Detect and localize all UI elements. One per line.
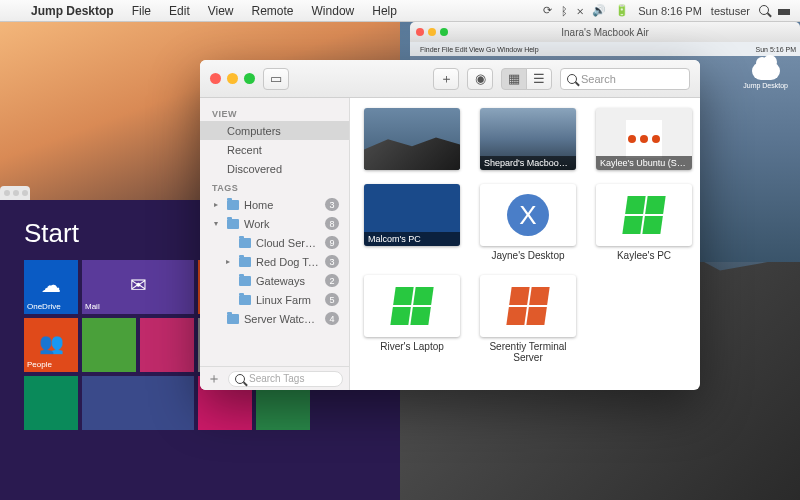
folder-icon [227, 314, 239, 324]
folder-icon [227, 200, 239, 210]
zoom-icon[interactable] [244, 73, 255, 84]
computer-label: Malcom's PC [364, 232, 460, 246]
folder-icon [239, 238, 251, 248]
win8-tile[interactable]: ☁OneDrive [24, 260, 78, 314]
sidebar-tag-home[interactable]: ▸Home3 [200, 195, 349, 214]
win8-tile[interactable]: ✉Mail [82, 260, 194, 314]
computer-label: Kaylee's PC [617, 250, 671, 261]
folder-icon [227, 219, 239, 229]
computer-label: Kaylee's Ubuntu (SSH) [596, 156, 692, 170]
win8-window-traffic[interactable] [0, 186, 30, 200]
macos-menubar: Jump Desktop FileEditViewRemoteWindowHel… [0, 0, 800, 22]
jump-desktop-badge[interactable]: Jump Desktop [743, 62, 788, 89]
remote-menubar: Finder File Edit View Go Window Help Sun… [410, 42, 800, 56]
toolbar-search[interactable]: Search [560, 68, 690, 90]
sidebar-footer: ＋ Search Tags [200, 366, 349, 390]
menu-remote[interactable]: Remote [243, 4, 303, 18]
computer-item[interactable]: Shepard's Macbook Pro [480, 108, 576, 170]
zoom-icon[interactable] [440, 28, 448, 36]
sidebar-view-recent[interactable]: Recent [200, 140, 349, 159]
win8-start-title: Start [24, 218, 79, 249]
menubar-app-name[interactable]: Jump Desktop [22, 4, 123, 18]
wifi-icon[interactable]: ⨉ [577, 4, 583, 17]
computer-item[interactable]: XJayne's Desktop [480, 184, 576, 261]
quicklook-button[interactable]: ◉ [467, 68, 493, 90]
computer-item[interactable]: River's Laptop [364, 275, 460, 363]
computer-label: River's Laptop [380, 341, 444, 352]
sidebar-view-discovered[interactable]: Discovered [200, 159, 349, 178]
window-traffic-lights [210, 73, 255, 84]
computer-item[interactable]: Serentiy Terminal Server [480, 275, 576, 363]
computer-label: Serentiy Terminal Server [480, 341, 576, 363]
cloud-icon [752, 62, 780, 80]
folder-icon [239, 295, 251, 305]
jump-desktop-main-window: ▭ ＋ ◉ ▦ ☰ Search VIEW ComputersRecentDis… [200, 60, 700, 390]
menu-view[interactable]: View [199, 4, 243, 18]
win8-tile[interactable] [82, 376, 194, 430]
menubar-clock[interactable]: Sun 8:16 PM [638, 5, 702, 17]
list-view-button[interactable]: ☰ [526, 68, 552, 90]
sidebar-tag-red-dog-team[interactable]: ▸Red Dog Team3 [200, 252, 349, 271]
computer-label: Shepard's Macbook Pro [480, 156, 576, 170]
sidebar-tag-gateways[interactable]: Gateways2 [200, 271, 349, 290]
menubar-user[interactable]: testuser [711, 5, 750, 17]
search-icon [567, 74, 577, 84]
computers-grid: Inara's Macbook AirShepard's Macbook Pro… [350, 98, 700, 390]
remote-clock: Sun 5:16 PM [756, 46, 796, 53]
sidebar-tag-cloud-servers[interactable]: Cloud Servers9 [200, 233, 349, 252]
computer-item[interactable]: Inara's Macbook Air [364, 108, 460, 170]
minimize-icon[interactable] [428, 28, 436, 36]
menubar-status: ⟳ ᛒ ⨉ 🔊 🔋 Sun 8:16 PM testuser [543, 4, 800, 17]
menu-file[interactable]: File [123, 4, 160, 18]
sidebar-toggle-button[interactable]: ▭ [263, 68, 289, 90]
volume-icon[interactable]: 🔊 [592, 4, 606, 17]
menu-edit[interactable]: Edit [160, 4, 199, 18]
computer-item[interactable]: Malcom's PC [364, 184, 460, 261]
win8-tile[interactable] [82, 318, 136, 372]
menu-help[interactable]: Help [363, 4, 406, 18]
sidebar-tag-server-watch-list[interactable]: Server Watch List4 [200, 309, 349, 328]
folder-icon [239, 257, 251, 267]
sidebar-header-view: VIEW [200, 104, 349, 121]
computer-item[interactable]: Kaylee's Ubuntu (SSH) [596, 108, 692, 170]
win8-tile[interactable]: 👥People [24, 318, 78, 372]
search-icon [235, 374, 245, 384]
add-tag-button[interactable]: ＋ [206, 370, 222, 388]
battery-icon[interactable]: 🔋 [615, 4, 629, 17]
close-icon[interactable] [416, 28, 424, 36]
sync-icon[interactable]: ⟳ [543, 4, 552, 17]
view-mode-toggle: ▦ ☰ [501, 68, 552, 90]
computer-label: Inara's Macbook Air [364, 156, 460, 170]
sidebar-tag-work[interactable]: ▾Work8 [200, 214, 349, 233]
add-button[interactable]: ＋ [433, 68, 459, 90]
win8-tile[interactable] [24, 376, 78, 430]
spotlight-icon[interactable] [759, 5, 769, 17]
computer-label: Jayne's Desktop [491, 250, 564, 261]
grid-view-button[interactable]: ▦ [501, 68, 527, 90]
folder-icon [239, 276, 251, 286]
tag-search-input[interactable]: Search Tags [228, 371, 343, 387]
bluetooth-icon[interactable]: ᛒ [561, 5, 568, 17]
remote-window-titlebar[interactable]: Inara's Macbook Air [410, 22, 800, 42]
remote-window-title: Inara's Macbook Air [561, 27, 649, 38]
sidebar-view-computers[interactable]: Computers [200, 121, 349, 140]
main-toolbar: ▭ ＋ ◉ ▦ ☰ Search [200, 60, 700, 98]
sidebar-tag-linux-farm[interactable]: Linux Farm5 [200, 290, 349, 309]
menu-window[interactable]: Window [303, 4, 364, 18]
minimize-icon[interactable] [227, 73, 238, 84]
sidebar: VIEW ComputersRecentDiscovered TAGS ▸Hom… [200, 98, 350, 390]
computer-item[interactable]: Kaylee's PC [596, 184, 692, 261]
notification-center-icon[interactable] [778, 5, 790, 17]
win8-tile[interactable] [140, 318, 194, 372]
sidebar-header-tags: TAGS [200, 178, 349, 195]
close-icon[interactable] [210, 73, 221, 84]
